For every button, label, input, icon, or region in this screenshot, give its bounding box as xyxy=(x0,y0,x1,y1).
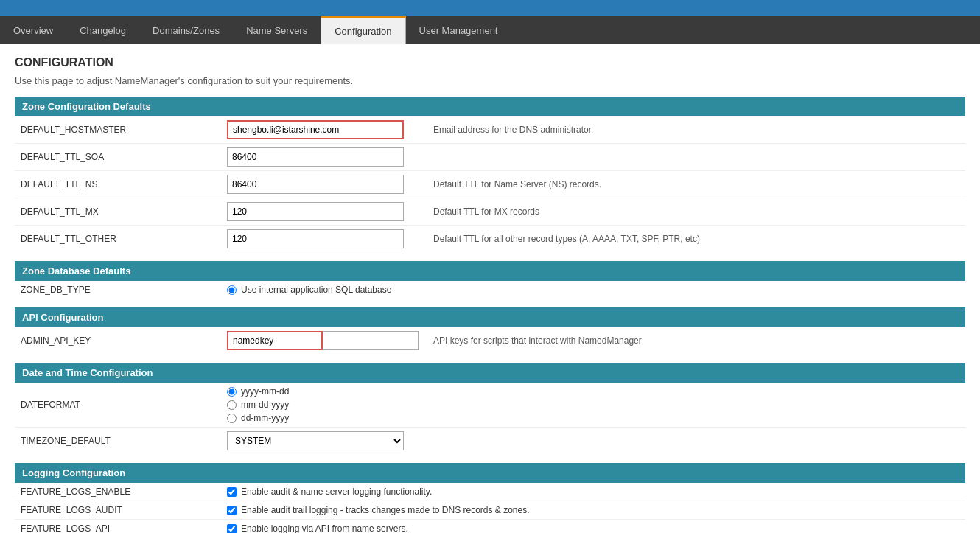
tab-name-servers[interactable]: Name Servers xyxy=(233,16,321,44)
label-default-ttl-ns: DEFAULT_TTL_NS xyxy=(15,171,221,198)
table-row: FEATURE_LOGS_API Enable logging via API … xyxy=(15,520,965,534)
label-feature-logs-api: FEATURE_LOGS_API xyxy=(15,520,221,534)
zone-config-section: Zone Configuration Defaults DEFAULT_HOST… xyxy=(15,97,965,252)
api-config-section: API Configuration ADMIN_API_KEY API keys… xyxy=(15,307,965,354)
ttl-other-input[interactable] xyxy=(227,229,404,248)
zone-db-radio[interactable] xyxy=(227,285,237,295)
api-key-inputs-group xyxy=(227,331,421,350)
input-cell-ttl-other xyxy=(221,226,427,253)
input-cell-logs-enable: Enable audit & name server logging funct… xyxy=(221,483,965,501)
label-feature-logs-audit: FEATURE_LOGS_AUDIT xyxy=(15,501,221,520)
zone-db-table: ZONE_DB_TYPE Use internal application SQ… xyxy=(15,281,965,299)
tab-user-management[interactable]: User Management xyxy=(406,16,511,44)
dateformat-radio-label-1[interactable]: yyyy-mm-dd xyxy=(227,386,959,397)
input-cell-logs-audit: Enable audit trail logging - tracks chan… xyxy=(221,501,965,520)
logging-header: Logging Configuration xyxy=(15,463,965,483)
tab-overview[interactable]: Overview xyxy=(0,16,66,44)
table-row: DEFAULT_HOSTMASTER Email address for the… xyxy=(15,116,965,144)
table-row: FEATURE_LOGS_AUDIT Enable audit trail lo… xyxy=(15,501,965,520)
zone-db-header: Zone Database Defaults xyxy=(15,261,965,281)
tab-changelog[interactable]: Changelog xyxy=(66,16,139,44)
logging-section: Logging Configuration FEATURE_LOGS_ENABL… xyxy=(15,463,965,533)
dateformat-radio-2[interactable] xyxy=(227,400,237,410)
label-default-ttl-soa: DEFAULT_TTL_SOA xyxy=(15,144,221,171)
table-row: DEFAULT_TTL_OTHER Default TTL for all ot… xyxy=(15,226,965,253)
label-default-ttl-other: DEFAULT_TTL_OTHER xyxy=(15,226,221,253)
desc-hostmaster: Email address for the DNS administrator. xyxy=(427,116,965,144)
desc-ttl-ns: Default TTL for Name Server (NS) records… xyxy=(427,171,965,198)
main-content: CONFIGURATION Use this page to adjust Na… xyxy=(0,44,980,533)
page-title: CONFIGURATION xyxy=(15,56,965,69)
datetime-table: DATEFORMAT yyyy-mm-dd mm-dd-yyyy xyxy=(15,383,965,454)
dateformat-radio-label-2[interactable]: mm-dd-yyyy xyxy=(227,400,959,410)
logs-audit-checkbox-row: Enable audit trail logging - tracks chan… xyxy=(227,505,959,515)
input-cell-timezone: SYSTEM UTC US/Eastern US/Pacific Europe/… xyxy=(221,428,427,455)
input-cell-zone-db: Use internal application SQL database xyxy=(221,281,965,299)
desc-api-key: API keys for scripts that interact with … xyxy=(427,327,965,354)
hostmaster-input[interactable] xyxy=(227,120,404,139)
nav-tabs: Overview Changelog Domains/Zones Name Se… xyxy=(0,16,980,44)
table-row: DEFAULT_TTL_MX Default TTL for MX record… xyxy=(15,198,965,226)
ttl-mx-input[interactable] xyxy=(227,202,404,221)
label-zone-db-type: ZONE_DB_TYPE xyxy=(15,281,221,299)
dateformat-radio-1[interactable] xyxy=(227,387,237,397)
table-row: ZONE_DB_TYPE Use internal application SQ… xyxy=(15,281,965,299)
api-config-table: ADMIN_API_KEY API keys for scripts that … xyxy=(15,327,965,354)
desc-ttl-soa xyxy=(427,144,965,171)
ttl-soa-input[interactable] xyxy=(227,147,404,167)
dateformat-label-2: mm-dd-yyyy xyxy=(241,400,289,410)
table-row: ADMIN_API_KEY API keys for scripts that … xyxy=(15,327,965,354)
logs-api-desc: Enable logging via API from name servers… xyxy=(241,523,408,533)
datetime-header: Date and Time Configuration xyxy=(15,363,965,383)
table-row: DEFAULT_TTL_SOA xyxy=(15,144,965,171)
desc-ttl-mx: Default TTL for MX records xyxy=(427,198,965,226)
table-row: DEFAULT_TTL_NS Default TTL for Name Serv… xyxy=(15,171,965,198)
dateformat-radio-3[interactable] xyxy=(227,414,237,423)
dateformat-radio-group: yyyy-mm-dd mm-dd-yyyy dd-mm-yyyy xyxy=(227,386,959,423)
datetime-section: Date and Time Configuration DATEFORMAT y… xyxy=(15,363,965,454)
tab-configuration[interactable]: Configuration xyxy=(321,16,405,44)
input-cell-ttl-ns xyxy=(221,171,427,198)
zone-config-header: Zone Configuration Defaults xyxy=(15,97,965,116)
table-row: TIMEZONE_DEFAULT SYSTEM UTC US/Eastern U… xyxy=(15,428,965,455)
logs-enable-checkbox[interactable] xyxy=(227,487,237,497)
tab-domains-zones[interactable]: Domains/Zones xyxy=(139,16,233,44)
api-config-header: API Configuration xyxy=(15,307,965,327)
input-cell-api-key xyxy=(221,327,427,354)
input-cell-dateformat: yyyy-mm-dd mm-dd-yyyy dd-mm-yyyy xyxy=(221,383,965,428)
ttl-ns-input[interactable] xyxy=(227,175,404,194)
label-dateformat: DATEFORMAT xyxy=(15,383,221,428)
label-admin-api-key: ADMIN_API_KEY xyxy=(15,327,221,354)
logs-audit-checkbox[interactable] xyxy=(227,506,237,515)
zone-db-radio-text: Use internal application SQL database xyxy=(241,285,391,295)
input-cell-ttl-mx xyxy=(221,198,427,226)
dateformat-radio-label-3[interactable]: dd-mm-yyyy xyxy=(227,413,959,423)
zone-db-section: Zone Database Defaults ZONE_DB_TYPE Use … xyxy=(15,261,965,299)
logs-api-checkbox-row: Enable logging via API from name servers… xyxy=(227,523,959,533)
zone-db-radio-label[interactable]: Use internal application SQL database xyxy=(227,285,959,295)
timezone-select[interactable]: SYSTEM UTC US/Eastern US/Pacific Europe/… xyxy=(227,431,404,450)
input-cell-logs-api: Enable logging via API from name servers… xyxy=(221,520,965,534)
page-description: Use this page to adjust NameManager's co… xyxy=(15,75,965,86)
input-cell-hostmaster xyxy=(221,116,427,144)
api-key-input-2[interactable] xyxy=(323,331,419,350)
logs-audit-desc: Enable audit trail logging - tracks chan… xyxy=(241,505,530,515)
dateformat-label-3: dd-mm-yyyy xyxy=(241,413,289,423)
logs-enable-checkbox-row: Enable audit & name server logging funct… xyxy=(227,487,959,497)
dateformat-label-1: yyyy-mm-dd xyxy=(241,386,289,397)
desc-timezone xyxy=(427,428,965,455)
zone-config-table: DEFAULT_HOSTMASTER Email address for the… xyxy=(15,116,965,252)
label-default-ttl-mx: DEFAULT_TTL_MX xyxy=(15,198,221,226)
table-row: DATEFORMAT yyyy-mm-dd mm-dd-yyyy xyxy=(15,383,965,428)
api-key-input-1[interactable] xyxy=(227,331,323,350)
label-timezone-default: TIMEZONE_DEFAULT xyxy=(15,428,221,455)
logging-table: FEATURE_LOGS_ENABLE Enable audit & name … xyxy=(15,483,965,533)
table-row: FEATURE_LOGS_ENABLE Enable audit & name … xyxy=(15,483,965,501)
header-bar xyxy=(0,0,980,16)
logs-enable-desc: Enable audit & name server logging funct… xyxy=(241,487,432,497)
input-cell-ttl-soa xyxy=(221,144,427,171)
label-feature-logs-enable: FEATURE_LOGS_ENABLE xyxy=(15,483,221,501)
label-default-hostmaster: DEFAULT_HOSTMASTER xyxy=(15,116,221,144)
desc-ttl-other: Default TTL for all other record types (… xyxy=(427,226,965,253)
logs-api-checkbox[interactable] xyxy=(227,524,237,534)
